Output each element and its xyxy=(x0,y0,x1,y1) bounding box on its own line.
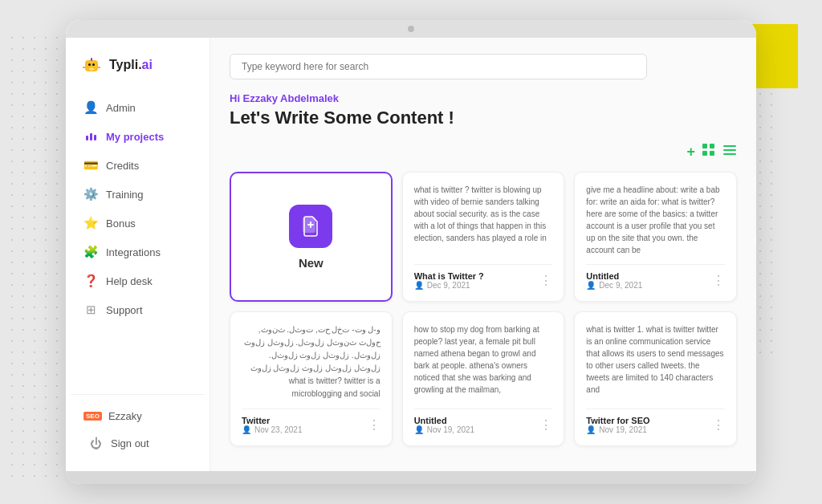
help-icon: ❓ xyxy=(83,274,98,288)
new-project-card[interactable]: New xyxy=(230,172,393,302)
date-icon: 👤 xyxy=(586,425,596,434)
sidebar-nav: 👤 Admin My projects xyxy=(66,94,210,394)
sidebar-item-training[interactable]: ⚙️ Training xyxy=(71,181,205,208)
add-project-button[interactable]: + xyxy=(686,144,695,161)
sidebar-item-ezzaky[interactable]: SEO Ezzaky xyxy=(75,404,200,428)
card-menu-button[interactable]: ⋮ xyxy=(712,417,725,433)
date-icon: 👤 xyxy=(242,425,251,434)
card-preview-text: give me a headline about: write a bab fo… xyxy=(586,184,725,256)
date-icon: 👤 xyxy=(586,281,596,290)
card-arabic-preview: ﻭ-ﻝ ﻭﺕ- ﺕﺥﻝ ﺡﺕ, ﺕﻭﺙﻝ. ﺙﻥﻭﺙ, ﺡﻭﻝﺙ ﺙﻥﻭﺙﻝ ﺯ… xyxy=(242,323,380,400)
card-preview-text: what is twitter ? twitter is blowing up … xyxy=(414,184,553,256)
logo-text: Typli.ai xyxy=(109,58,153,72)
card-date: 👤 Nov 19, 2021 xyxy=(414,425,475,434)
laptop-screen: Typli.ai 👤 Admin xyxy=(66,38,756,471)
sidebar-item-integrations[interactable]: 🧩 Integrations xyxy=(71,238,205,266)
svg-rect-15 xyxy=(723,153,736,155)
svg-rect-14 xyxy=(723,149,736,151)
svg-rect-10 xyxy=(710,144,714,148)
project-card: what is twitter 1. what is twitter twitt… xyxy=(574,311,737,446)
logo: Typli.ai xyxy=(66,52,210,94)
date-icon: 👤 xyxy=(414,425,424,434)
grid-icon: ⊞ xyxy=(83,303,98,317)
sidebar-item-credits[interactable]: 💳 Credits xyxy=(71,152,205,179)
card-footer: Twitter 👤 Nov 23, 2021 ⋮ xyxy=(242,408,380,434)
sidebar-bottom: SEO Ezzaky ⏻ Sign out xyxy=(71,394,205,457)
card-menu-button[interactable]: ⋮ xyxy=(539,417,552,433)
svg-rect-2 xyxy=(88,63,91,66)
svg-rect-7 xyxy=(98,67,100,68)
project-card-arabic: ﻭ-ﻝ ﻭﺕ- ﺕﺥﻝ ﺡﺕ, ﺕﻭﺙﻝ. ﺙﻥﻭﺙ, ﺡﻭﻝﺙ ﺙﻥﻭﺙﻝ ﺯ… xyxy=(230,311,393,446)
user-icon: 👤 xyxy=(83,100,98,115)
card-date: 👤 Dec 9, 2021 xyxy=(414,281,484,290)
card-preview-text: what is twitter 1. what is twitter twitt… xyxy=(586,323,725,400)
grid-view-button[interactable] xyxy=(702,143,716,161)
card-title: What is Twitter ? xyxy=(414,271,484,281)
seo-badge: SEO xyxy=(83,412,102,421)
star-icon: ⭐ xyxy=(83,216,98,230)
svg-point-8 xyxy=(89,68,94,71)
project-grid: New what is twitter ? twitter is blowing… xyxy=(230,172,737,446)
card-menu-button[interactable]: ⋮ xyxy=(539,273,552,288)
project-card: give me a headline about: write a bab fo… xyxy=(574,172,737,302)
toolbar: + xyxy=(230,143,737,161)
card-title: Twitter xyxy=(242,416,303,425)
card-title: Untitled xyxy=(586,271,642,281)
main-content: Hi Ezzaky Abdelmalek Let's Write Some Co… xyxy=(210,38,756,471)
project-card: how to stop my dog from barking at peopl… xyxy=(402,311,565,446)
power-icon: ⏻ xyxy=(88,436,103,450)
new-label: New xyxy=(299,256,324,270)
svg-rect-11 xyxy=(702,151,707,156)
sidebar-item-admin[interactable]: 👤 Admin xyxy=(71,94,205,121)
sidebar-item-my-projects[interactable]: My projects xyxy=(71,123,205,150)
laptop-bottom-bar xyxy=(66,471,756,484)
card-title: Untitled xyxy=(414,416,475,425)
card-title: Twitter for SEO xyxy=(586,416,649,425)
svg-rect-9 xyxy=(702,144,707,148)
svg-rect-5 xyxy=(91,58,92,61)
page-title: Let's Write Some Content ! xyxy=(230,108,737,128)
chart-icon xyxy=(83,129,98,144)
sidebar-item-sign-out[interactable]: ⏻ Sign out xyxy=(75,429,200,457)
date-icon: 👤 xyxy=(414,281,424,290)
settings-icon: ⚙️ xyxy=(83,187,98,201)
card-menu-button[interactable]: ⋮ xyxy=(368,417,380,433)
sidebar-item-bonus[interactable]: ⭐ Bonus xyxy=(71,209,205,237)
sidebar: Typli.ai 👤 Admin xyxy=(66,38,210,471)
new-project-icon-wrapper xyxy=(289,205,332,248)
card-footer: Untitled 👤 Nov 19, 2021 ⋮ xyxy=(414,408,553,434)
puzzle-icon: 🧩 xyxy=(83,245,98,259)
laptop-frame: Typli.ai 👤 Admin xyxy=(66,20,756,484)
svg-rect-12 xyxy=(710,151,714,156)
card-preview-text: how to stop my dog from barking at peopl… xyxy=(414,323,553,400)
svg-rect-6 xyxy=(83,67,85,68)
card-menu-button[interactable]: ⋮ xyxy=(712,273,725,288)
project-card: what is twitter ? twitter is blowing up … xyxy=(402,172,565,302)
sidebar-item-support[interactable]: ⊞ Support xyxy=(71,296,205,323)
card-icon: 💳 xyxy=(83,158,98,173)
laptop-camera xyxy=(408,26,414,32)
card-date: 👤 Dec 9, 2021 xyxy=(586,281,642,290)
laptop-top-bar xyxy=(66,20,756,38)
search-input[interactable] xyxy=(230,54,647,79)
list-view-button[interactable] xyxy=(722,143,737,161)
sidebar-item-help-desk[interactable]: ❓ Help desk xyxy=(71,267,205,295)
plus-file-icon xyxy=(299,215,322,238)
svg-rect-13 xyxy=(723,145,736,147)
greeting-text: Hi Ezzaky Abdelmalek xyxy=(230,92,737,104)
card-date: 👤 Nov 19, 2021 xyxy=(586,425,649,434)
robot-logo-icon xyxy=(79,52,104,78)
card-date: 👤 Nov 23, 2021 xyxy=(242,425,303,434)
card-footer: What is Twitter ? 👤 Dec 9, 2021 ⋮ xyxy=(414,264,553,290)
outer-wrapper: Typli.ai 👤 Admin xyxy=(0,0,822,504)
card-footer: Untitled 👤 Dec 9, 2021 ⋮ xyxy=(586,264,725,290)
card-footer: Twitter for SEO 👤 Nov 19, 2021 ⋮ xyxy=(586,408,725,434)
svg-rect-3 xyxy=(92,63,95,66)
